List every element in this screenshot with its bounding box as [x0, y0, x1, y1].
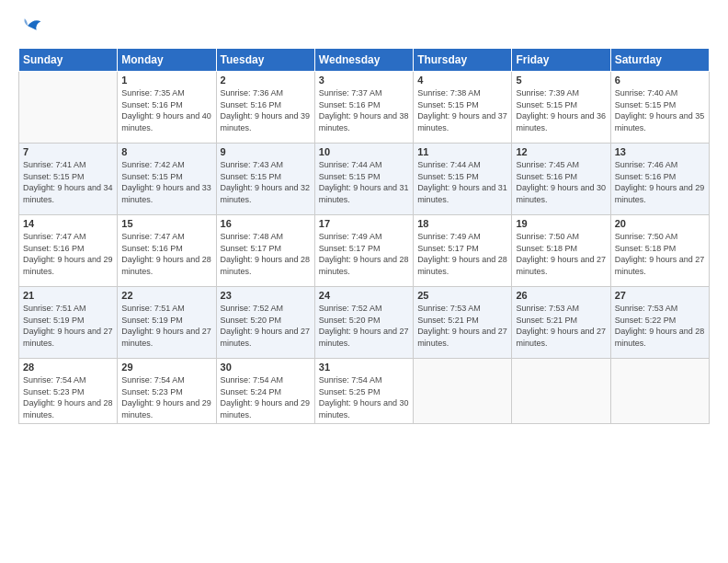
day-number: 14	[23, 218, 113, 229]
cell-content: Sunrise: 7:48 AMSunset: 5:17 PMDaylight:…	[221, 231, 311, 277]
calendar-cell	[19, 72, 118, 144]
calendar-cell: 21Sunrise: 7:51 AMSunset: 5:19 PMDayligh…	[19, 287, 118, 359]
week-row-3: 14Sunrise: 7:47 AMSunset: 5:16 PMDayligh…	[19, 215, 710, 287]
calendar-cell: 1Sunrise: 7:35 AMSunset: 5:16 PMDaylight…	[118, 72, 216, 144]
day-number: 23	[221, 290, 311, 301]
calendar-cell: 10Sunrise: 7:44 AMSunset: 5:15 PMDayligh…	[314, 144, 413, 215]
day-number: 10	[319, 146, 409, 157]
calendar-table: SundayMondayTuesdayWednesdayThursdayFrid…	[18, 48, 710, 424]
day-number: 21	[23, 290, 113, 301]
calendar-cell: 6Sunrise: 7:40 AMSunset: 5:15 PMDaylight…	[610, 72, 709, 144]
day-number: 22	[121, 290, 211, 301]
day-number: 31	[319, 362, 409, 373]
day-number: 15	[121, 218, 211, 229]
calendar-cell	[610, 359, 709, 424]
week-row-2: 7Sunrise: 7:41 AMSunset: 5:15 PMDaylight…	[19, 144, 710, 215]
cell-content: Sunrise: 7:51 AMSunset: 5:19 PMDaylight:…	[121, 303, 211, 349]
day-number: 11	[417, 146, 507, 157]
calendar-page: SundayMondayTuesdayWednesdayThursdayFrid…	[0, 0, 728, 563]
cell-content: Sunrise: 7:49 AMSunset: 5:17 PMDaylight:…	[319, 231, 409, 277]
calendar-cell: 2Sunrise: 7:36 AMSunset: 5:16 PMDaylight…	[216, 72, 314, 144]
day-number: 25	[417, 290, 507, 301]
cell-content: Sunrise: 7:37 AMSunset: 5:16 PMDaylight:…	[319, 87, 409, 133]
cell-content: Sunrise: 7:47 AMSunset: 5:16 PMDaylight:…	[121, 231, 211, 277]
day-number: 8	[121, 146, 211, 157]
cell-content: Sunrise: 7:50 AMSunset: 5:18 PMDaylight:…	[615, 231, 705, 277]
day-number: 18	[417, 218, 507, 229]
calendar-cell: 13Sunrise: 7:46 AMSunset: 5:16 PMDayligh…	[610, 144, 709, 215]
cell-content: Sunrise: 7:52 AMSunset: 5:20 PMDaylight:…	[221, 303, 311, 349]
weekday-header-saturday: Saturday	[610, 49, 709, 72]
day-number: 7	[23, 146, 113, 157]
cell-content: Sunrise: 7:54 AMSunset: 5:23 PMDaylight:…	[23, 374, 113, 420]
calendar-cell: 18Sunrise: 7:49 AMSunset: 5:17 PMDayligh…	[414, 215, 512, 287]
week-row-1: 1Sunrise: 7:35 AMSunset: 5:16 PMDaylight…	[19, 72, 710, 144]
calendar-cell: 17Sunrise: 7:49 AMSunset: 5:17 PMDayligh…	[314, 215, 413, 287]
day-number: 26	[516, 290, 606, 301]
calendar-cell: 12Sunrise: 7:45 AMSunset: 5:16 PMDayligh…	[512, 144, 610, 215]
weekday-header-thursday: Thursday	[414, 49, 512, 72]
cell-content: Sunrise: 7:43 AMSunset: 5:15 PMDaylight:…	[221, 159, 311, 205]
day-number: 16	[221, 218, 311, 229]
cell-content: Sunrise: 7:45 AMSunset: 5:16 PMDaylight:…	[516, 159, 606, 205]
logo	[18, 15, 42, 40]
cell-content: Sunrise: 7:50 AMSunset: 5:18 PMDaylight:…	[516, 231, 606, 277]
day-number: 28	[23, 362, 113, 373]
weekday-header-monday: Monday	[118, 49, 216, 72]
cell-content: Sunrise: 7:44 AMSunset: 5:15 PMDaylight:…	[417, 159, 507, 205]
calendar-cell: 20Sunrise: 7:50 AMSunset: 5:18 PMDayligh…	[610, 215, 709, 287]
calendar-cell: 8Sunrise: 7:42 AMSunset: 5:15 PMDaylight…	[118, 144, 216, 215]
calendar-cell: 23Sunrise: 7:52 AMSunset: 5:20 PMDayligh…	[216, 287, 314, 359]
day-number: 1	[121, 75, 211, 86]
calendar-cell: 11Sunrise: 7:44 AMSunset: 5:15 PMDayligh…	[414, 144, 512, 215]
calendar-cell: 27Sunrise: 7:53 AMSunset: 5:22 PMDayligh…	[610, 287, 709, 359]
calendar-cell: 26Sunrise: 7:53 AMSunset: 5:21 PMDayligh…	[512, 287, 610, 359]
calendar-cell: 5Sunrise: 7:39 AMSunset: 5:15 PMDaylight…	[512, 72, 610, 144]
calendar-cell	[512, 359, 610, 424]
day-number: 17	[319, 218, 409, 229]
day-number: 9	[221, 146, 311, 157]
logo-icon	[20, 15, 42, 37]
cell-content: Sunrise: 7:51 AMSunset: 5:19 PMDaylight:…	[23, 303, 113, 349]
calendar-cell	[414, 359, 512, 424]
calendar-cell: 22Sunrise: 7:51 AMSunset: 5:19 PMDayligh…	[118, 287, 216, 359]
weekday-header-friday: Friday	[512, 49, 610, 72]
calendar-cell: 3Sunrise: 7:37 AMSunset: 5:16 PMDaylight…	[314, 72, 413, 144]
day-number: 24	[319, 290, 409, 301]
calendar-cell: 24Sunrise: 7:52 AMSunset: 5:20 PMDayligh…	[314, 287, 413, 359]
calendar-cell: 16Sunrise: 7:48 AMSunset: 5:17 PMDayligh…	[216, 215, 314, 287]
day-number: 30	[221, 362, 311, 373]
cell-content: Sunrise: 7:42 AMSunset: 5:15 PMDaylight:…	[121, 159, 211, 205]
cell-content: Sunrise: 7:54 AMSunset: 5:25 PMDaylight:…	[319, 374, 409, 420]
week-row-4: 21Sunrise: 7:51 AMSunset: 5:19 PMDayligh…	[19, 287, 710, 359]
weekday-header-sunday: Sunday	[19, 49, 118, 72]
cell-content: Sunrise: 7:49 AMSunset: 5:17 PMDaylight:…	[417, 231, 507, 277]
calendar-cell: 31Sunrise: 7:54 AMSunset: 5:25 PMDayligh…	[314, 359, 413, 424]
cell-content: Sunrise: 7:38 AMSunset: 5:15 PMDaylight:…	[417, 87, 507, 133]
day-number: 13	[615, 146, 705, 157]
day-number: 2	[221, 75, 311, 86]
weekday-header-row: SundayMondayTuesdayWednesdayThursdayFrid…	[19, 49, 710, 72]
day-number: 5	[516, 75, 606, 86]
week-row-5: 28Sunrise: 7:54 AMSunset: 5:23 PMDayligh…	[19, 359, 710, 424]
calendar-cell: 4Sunrise: 7:38 AMSunset: 5:15 PMDaylight…	[414, 72, 512, 144]
day-number: 29	[121, 362, 211, 373]
calendar-cell: 19Sunrise: 7:50 AMSunset: 5:18 PMDayligh…	[512, 215, 610, 287]
cell-content: Sunrise: 7:36 AMSunset: 5:16 PMDaylight:…	[221, 87, 311, 133]
day-number: 3	[319, 75, 409, 86]
calendar-cell: 30Sunrise: 7:54 AMSunset: 5:24 PMDayligh…	[216, 359, 314, 424]
calendar-cell: 7Sunrise: 7:41 AMSunset: 5:15 PMDaylight…	[19, 144, 118, 215]
cell-content: Sunrise: 7:53 AMSunset: 5:21 PMDaylight:…	[417, 303, 507, 349]
cell-content: Sunrise: 7:53 AMSunset: 5:22 PMDaylight:…	[615, 303, 705, 349]
day-number: 6	[615, 75, 705, 86]
weekday-header-tuesday: Tuesday	[216, 49, 314, 72]
cell-content: Sunrise: 7:54 AMSunset: 5:23 PMDaylight:…	[121, 374, 211, 420]
header	[18, 15, 710, 40]
cell-content: Sunrise: 7:41 AMSunset: 5:15 PMDaylight:…	[23, 159, 113, 205]
cell-content: Sunrise: 7:40 AMSunset: 5:15 PMDaylight:…	[615, 87, 705, 133]
weekday-header-wednesday: Wednesday	[314, 49, 413, 72]
day-number: 19	[516, 218, 606, 229]
calendar-cell: 25Sunrise: 7:53 AMSunset: 5:21 PMDayligh…	[414, 287, 512, 359]
cell-content: Sunrise: 7:35 AMSunset: 5:16 PMDaylight:…	[121, 87, 211, 133]
cell-content: Sunrise: 7:54 AMSunset: 5:24 PMDaylight:…	[221, 374, 311, 420]
